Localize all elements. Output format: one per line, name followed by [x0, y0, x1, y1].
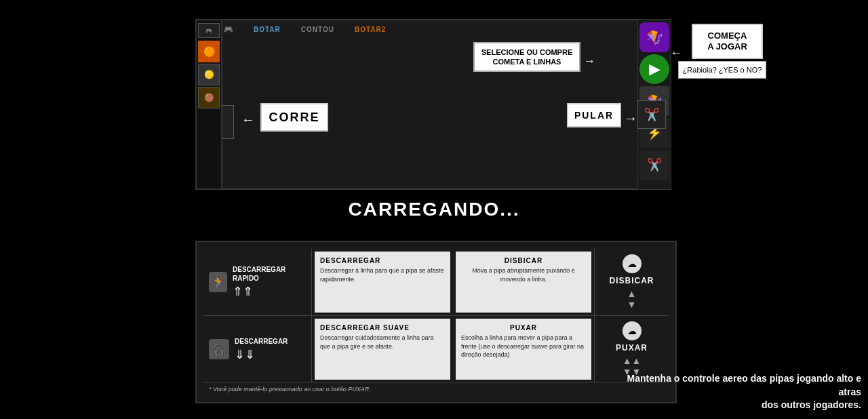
scroll-down-1[interactable]: ▼	[627, 299, 637, 310]
corre-button[interactable]: CORRE	[260, 103, 328, 132]
instr-card-title-2: DISBICAR	[461, 257, 586, 264]
rabiola-text: ¿Rabiola? ¿YES o NO?	[683, 66, 762, 74]
comeca-button[interactable]: COMEÇA A JOGAR	[692, 24, 763, 59]
nav-botar2[interactable]: BOTAR2	[355, 26, 386, 33]
instr-card-suave: DESCARREGAR SUAVE Descarregar cuidadosam…	[315, 319, 450, 380]
arrow-right-pular: →	[624, 111, 637, 126]
instr-icon-run: 🏃	[209, 272, 227, 292]
instr-right-1: ☁ DISBICAR ▲ ▼	[594, 249, 669, 315]
instr-left-2: 🎧 DESCARREGAR ⇓⇓	[203, 316, 312, 382]
bottom-line-2: dos outros jogadores.	[604, 399, 861, 412]
right-icon-dark3[interactable]: ✂️	[639, 150, 669, 180]
nav-contou[interactable]: CONTOU	[301, 26, 334, 33]
instr-card-descarregar: DESCARREGAR Descarregar a linha para que…	[315, 252, 450, 313]
rabiola-box[interactable]: ¿Rabiola? ¿YES o NO?	[678, 61, 766, 79]
instr-card-body-2: Mova a pipa abruptamente puxando e moven…	[461, 266, 586, 283]
scroll-up-1[interactable]: ▲	[627, 288, 637, 299]
sidebar-icon-3[interactable]: 🟡	[198, 64, 220, 85]
right-icon-purple[interactable]: 🪁	[639, 22, 669, 52]
instr-card-title-3: DESCARREGAR SUAVE	[320, 324, 445, 332]
sidebar-icon-1[interactable]: 🎮	[198, 23, 220, 38]
instr-right-label-1: DISBICAR	[609, 276, 654, 285]
instr-card-body-3: Descarregar cuidadosamente a linha para …	[320, 334, 445, 351]
instr-scroll-1: ▲ ▼	[627, 288, 637, 310]
instr-card-body-1: Descarregar a linha para que a pipa se a…	[320, 266, 445, 283]
instr-label-descarregar: DESCARREGAR	[235, 337, 288, 346]
instr-card-disbicar: DISBICAR Mova a pipa abruptamente puxand…	[456, 252, 591, 313]
sidebar: 🎮 🟠 🟡 🟤	[195, 19, 222, 190]
arrow-left-corre: ←	[241, 112, 255, 127]
instr-right-label-2: PUXAR	[616, 343, 648, 353]
loading-text: CARREGANDO...	[0, 199, 868, 220]
scroll-up-2[interactable]: ▲▲	[623, 355, 642, 366]
instr-card-title-1: DESCARREGAR	[320, 257, 445, 264]
bottom-right-text: Mantenha o controle aereo das pipas joga…	[604, 372, 861, 412]
instr-arrows-down-2: ⇓⇓	[235, 347, 288, 362]
instr-left-1: 🏃 DESCARREGAR RAPIDO ⇑⇑	[203, 249, 312, 315]
bottom-line-1: Mantenha o controle aereo das pipas joga…	[604, 372, 861, 399]
arrow-right-selecione: →	[583, 54, 595, 68]
right-icon-play[interactable]: ▶	[639, 54, 669, 84]
instr-card-puxar: PUXAR Escolha a linha para mover a pipa …	[456, 319, 591, 380]
instr-right-icon-2: ☁	[623, 321, 642, 340]
instr-icon-headphones: 🎧	[209, 339, 229, 359]
top-nav: 🎮 BOTAR CONTOU BOTAR2	[224, 22, 386, 37]
sidebar-icon-4[interactable]: 🟤	[198, 87, 220, 108]
instr-card-body-4: Escolha a linha para mover a pipa para a…	[461, 334, 586, 359]
selecione-text: SELECIONE OU COMPRE COMETA E LINHAS	[481, 47, 572, 67]
instr-right-icon-1: ☁	[623, 254, 642, 273]
pular-button[interactable]: PULAR	[567, 103, 621, 127]
jump-sprite: ✂️	[637, 100, 666, 129]
instruction-row-1: 🏃 DESCARREGAR RAPIDO ⇑⇑ DESCARREGAR Desc…	[203, 249, 669, 316]
instr-arrows-up-1: ⇑⇑	[233, 284, 306, 299]
instruction-row-2: 🎧 DESCARREGAR ⇓⇓ DESCARREGAR SUAVE Desca…	[203, 316, 669, 382]
sidebar-icon-2[interactable]: 🟠	[198, 41, 220, 62]
selecione-box: SELECIONE OU COMPRE COMETA E LINHAS	[473, 42, 580, 72]
instr-card-title-4: PUXAR	[461, 324, 586, 332]
nav-game-icon[interactable]: 🎮	[224, 25, 233, 34]
instr-label-descarregar-rapido: DESCARREGAR RAPIDO	[233, 265, 306, 283]
instruction-note: * Você pode mantê-lo pressionado ao usar…	[203, 382, 669, 395]
nav-botar[interactable]: BOTAR	[254, 26, 281, 33]
arrow-left-comeca: ←	[670, 46, 682, 60]
